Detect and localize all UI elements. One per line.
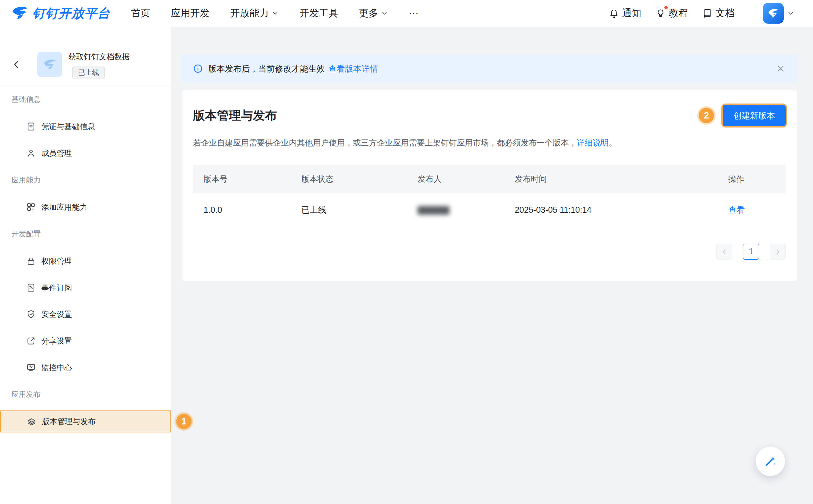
description-details-link[interactable]: 详细说明	[577, 138, 609, 147]
column-header-status: 版本状态	[302, 165, 418, 193]
navbar-right-tools: 通知 教程 文档	[609, 3, 794, 24]
annotation-step-2-badge: 2	[699, 108, 714, 123]
notifications-label: 通知	[622, 7, 642, 20]
create-new-version-button[interactable]: 创建新版本	[723, 105, 786, 126]
app-info: 获取钉钉文档数据 已上线	[68, 52, 130, 79]
section-title-app-capabilities: 应用能力	[0, 166, 170, 194]
main-content: 版本发布后，当前修改才能生效 查看版本详情 版本管理与发布 2 创建新版本 若企…	[171, 27, 813, 504]
brand-home-link[interactable]: 钉钉开放平台	[11, 5, 110, 22]
pagination: 1	[193, 244, 786, 260]
assistant-fab-button[interactable]	[756, 447, 785, 476]
sidebar-item-label: 添加应用能力	[41, 202, 87, 212]
cell-status: 已上线	[302, 193, 418, 227]
sidebar-nav: 基础信息 凭证与基础信息 成员管理 应用能力	[0, 86, 170, 448]
nav-item-label: 首页	[131, 7, 150, 20]
page-title: 版本管理与发布	[193, 108, 277, 124]
card-header: 版本管理与发布 2 创建新版本	[193, 105, 786, 126]
share-icon	[26, 336, 36, 346]
nav-item-label: 更多	[359, 7, 378, 20]
view-version-link[interactable]: 查看	[728, 205, 745, 214]
docs-label: 文档	[715, 7, 735, 20]
monitor-icon	[26, 363, 36, 373]
app-header: 获取钉钉文档数据 已上线	[0, 27, 170, 86]
back-button[interactable]	[10, 52, 23, 77]
publisher-redacted	[417, 206, 449, 215]
bell-icon	[609, 8, 619, 19]
banner-message: 版本发布后，当前修改才能生效	[208, 63, 325, 74]
section-title-app-release: 应用发布	[0, 381, 170, 408]
navbar-divider	[749, 8, 749, 19]
book-icon	[702, 8, 712, 19]
page-layout: 获取钉钉文档数据 已上线 基础信息 凭证与基础信息	[0, 27, 813, 504]
cell-action: 查看	[728, 193, 786, 227]
banner-version-details-link[interactable]: 查看版本详情	[328, 63, 378, 74]
person-icon	[26, 148, 36, 158]
lock-icon	[26, 256, 36, 266]
cell-publisher	[417, 193, 515, 227]
notifications-button[interactable]: 通知	[609, 7, 642, 20]
shield-check-icon	[26, 309, 36, 319]
chevron-down-icon	[381, 10, 388, 17]
info-banner: 版本发布后，当前修改才能生效 查看版本详情	[181, 54, 797, 83]
close-icon[interactable]	[776, 64, 786, 74]
previous-page-button[interactable]	[716, 244, 732, 260]
cell-publish-time: 2025-03-05 11:10:14	[515, 193, 728, 227]
sidebar-item-label: 事件订阅	[41, 283, 72, 293]
sidebar-item-label: 分享设置	[41, 336, 72, 346]
id-card-icon	[26, 122, 36, 131]
subscription-icon	[26, 283, 36, 293]
tutorial-label: 教程	[669, 7, 688, 20]
dingtalk-logo-icon	[11, 5, 28, 22]
nav-item-label: 应用开发	[171, 7, 210, 20]
nav-item-overflow-menu[interactable]: ⋯	[409, 8, 418, 19]
app-icon	[37, 52, 62, 77]
tutorial-button[interactable]: 教程	[656, 7, 688, 20]
table-header-row: 版本号 版本状态 发布人 发布时间 操作	[193, 165, 786, 193]
section-title-basic-info: 基础信息	[0, 86, 170, 113]
avatar	[763, 3, 784, 24]
chevron-down-icon	[787, 10, 794, 17]
page-number-1[interactable]: 1	[743, 244, 759, 260]
nav-item-home[interactable]: 首页	[131, 7, 150, 20]
account-menu[interactable]	[763, 3, 794, 24]
column-header-publish-time: 发布时间	[515, 165, 728, 193]
sidebar-item-version-management[interactable]: 版本管理与发布	[0, 410, 170, 432]
description-text: 若企业自建应用需要供企业内其他用户使用，或三方企业应用需要上架钉钉应用市场，都必…	[193, 138, 577, 147]
sidebar-item-security-settings[interactable]: 安全设置	[0, 301, 170, 328]
sidebar-item-credentials[interactable]: 凭证与基础信息	[0, 113, 170, 140]
sidebar-item-add-capability[interactable]: 添加应用能力	[0, 194, 170, 220]
version-management-card: 版本管理与发布 2 创建新版本 若企业自建应用需要供企业内其他用户使用，或三方企…	[181, 90, 797, 281]
nav-item-open-capabilities[interactable]: 开放能力	[230, 7, 279, 20]
grid-plus-icon	[26, 202, 36, 212]
app-status-badge: 已上线	[72, 66, 105, 79]
app-name: 获取钉钉文档数据	[68, 52, 130, 61]
chevron-down-icon	[272, 10, 279, 17]
sidebar-item-label: 成员管理	[41, 148, 72, 158]
sidebar-item-monitoring-center[interactable]: 监控中心	[0, 354, 170, 381]
sidebar-item-label: 安全设置	[41, 309, 72, 320]
sidebar: 获取钉钉文档数据 已上线 基础信息 凭证与基础信息	[0, 27, 171, 504]
docs-button[interactable]: 文档	[702, 7, 735, 20]
sidebar-item-share-settings[interactable]: 分享设置	[0, 328, 170, 354]
nav-item-label: 开放能力	[230, 7, 269, 20]
sidebar-item-permissions[interactable]: 权限管理	[0, 248, 170, 274]
section-title-dev-config: 开发配置	[0, 220, 170, 248]
layers-icon	[27, 416, 37, 426]
notification-dot	[664, 5, 669, 10]
column-header-actions: 操作	[728, 165, 786, 193]
next-page-button[interactable]	[770, 244, 786, 260]
column-header-version: 版本号	[193, 165, 302, 193]
main-nav: 首页 应用开发 开放能力 开发工具 更多 ⋯	[131, 7, 418, 20]
nav-item-app-dev[interactable]: 应用开发	[171, 7, 210, 20]
sidebar-item-members[interactable]: 成员管理	[0, 140, 170, 166]
info-icon	[193, 64, 203, 74]
nav-item-dev-tools[interactable]: 开发工具	[300, 7, 338, 20]
ellipsis-icon: ⋯	[409, 8, 418, 19]
description-period: 。	[609, 138, 617, 147]
brand-title: 钉钉开放平台	[32, 5, 110, 22]
nav-item-more[interactable]: 更多	[359, 7, 388, 20]
cell-version: 1.0.0	[193, 193, 302, 227]
column-header-publisher: 发布人	[417, 165, 515, 193]
annotation-step-1-badge: 1	[176, 414, 191, 429]
sidebar-item-event-subscription[interactable]: 事件订阅	[0, 274, 170, 301]
